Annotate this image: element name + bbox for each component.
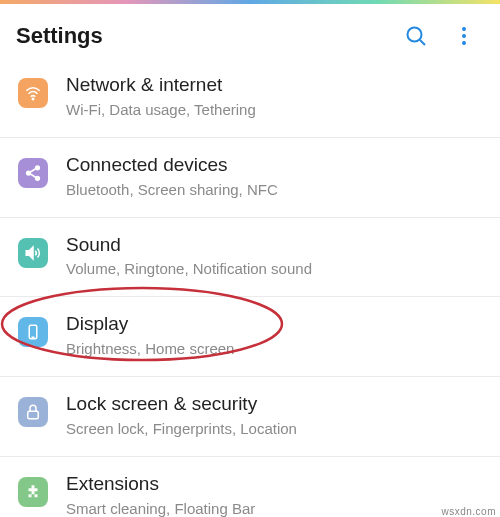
svg-line-10 xyxy=(30,174,36,178)
item-text: Extensions Smart cleaning, Floating Bar xyxy=(66,473,482,517)
svg-line-9 xyxy=(30,168,36,172)
wifi-icon xyxy=(18,78,48,108)
item-title: Extensions xyxy=(66,473,482,496)
page-title: Settings xyxy=(16,23,388,49)
watermark: wsxdn.com xyxy=(441,506,496,517)
svg-line-1 xyxy=(420,40,425,45)
item-title: Network & internet xyxy=(66,74,482,97)
settings-list: Network & internet Wi-Fi, Data usage, Te… xyxy=(0,68,500,517)
item-subtitle: Wi-Fi, Data usage, Tethering xyxy=(66,101,482,119)
item-subtitle: Brightness, Home screen xyxy=(66,340,482,358)
settings-item-network[interactable]: Network & internet Wi-Fi, Data usage, Te… xyxy=(0,68,500,138)
lock-icon xyxy=(18,397,48,427)
more-button[interactable] xyxy=(444,16,484,56)
svg-point-2 xyxy=(462,27,466,31)
item-title: Connected devices xyxy=(66,154,482,177)
item-text: Sound Volume, Ringtone, Notification sou… xyxy=(66,234,482,279)
svg-point-0 xyxy=(408,28,422,42)
item-text: Lock screen & security Screen lock, Fing… xyxy=(66,393,482,438)
item-subtitle: Volume, Ringtone, Notification sound xyxy=(66,260,482,278)
item-subtitle: Smart cleaning, Floating Bar xyxy=(66,500,482,517)
svg-point-4 xyxy=(462,41,466,45)
search-button[interactable] xyxy=(396,16,436,56)
settings-item-lock-security[interactable]: Lock screen & security Screen lock, Fing… xyxy=(0,377,500,457)
extension-icon xyxy=(18,477,48,507)
svg-point-5 xyxy=(32,98,34,100)
item-text: Connected devices Bluetooth, Screen shar… xyxy=(66,154,482,199)
item-text: Display Brightness, Home screen xyxy=(66,313,482,358)
settings-item-connected-devices[interactable]: Connected devices Bluetooth, Screen shar… xyxy=(0,138,500,218)
settings-item-extensions[interactable]: Extensions Smart cleaning, Floating Bar xyxy=(0,457,500,517)
settings-item-display[interactable]: Display Brightness, Home screen xyxy=(0,297,500,377)
item-title: Lock screen & security xyxy=(66,393,482,416)
svg-point-3 xyxy=(462,34,466,38)
app-header: Settings xyxy=(0,4,500,68)
share-icon xyxy=(18,158,48,188)
sound-icon xyxy=(18,238,48,268)
item-subtitle: Screen lock, Fingerprints, Location xyxy=(66,420,482,438)
more-vertical-icon xyxy=(452,24,476,48)
search-icon xyxy=(404,24,428,48)
item-subtitle: Bluetooth, Screen sharing, NFC xyxy=(66,181,482,199)
item-text: Network & internet Wi-Fi, Data usage, Te… xyxy=(66,74,482,119)
item-title: Sound xyxy=(66,234,482,257)
settings-item-sound[interactable]: Sound Volume, Ringtone, Notification sou… xyxy=(0,218,500,298)
display-icon xyxy=(18,317,48,347)
item-title: Display xyxy=(66,313,482,336)
svg-rect-13 xyxy=(28,411,39,419)
